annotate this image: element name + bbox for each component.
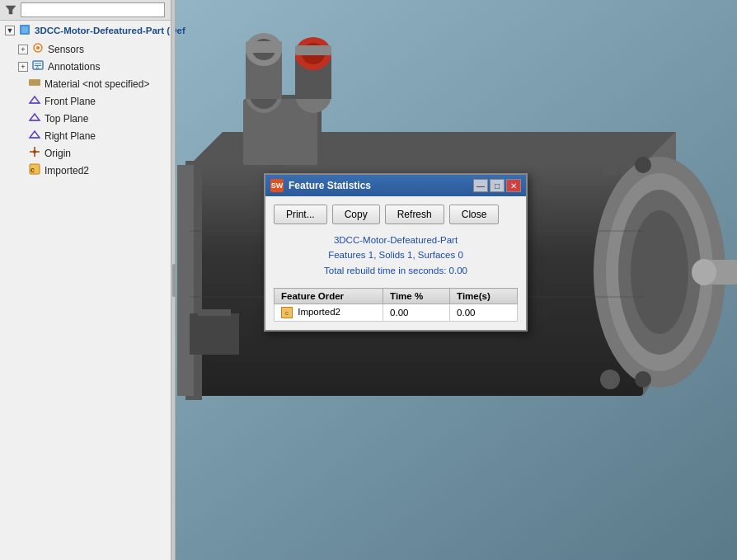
imported2-label: Imported2 — [45, 165, 89, 176]
splitter-handle — [172, 264, 176, 297]
copy-button[interactable]: Copy — [332, 205, 380, 224]
col-feature-order: Feature Order — [275, 289, 383, 304]
tree-item-right-plane[interactable]: Right Plane — [0, 127, 172, 144]
close-button[interactable]: Close — [449, 205, 500, 224]
svg-point-9 — [692, 259, 716, 285]
dialog-maximize-button[interactable]: □ — [490, 179, 505, 192]
col-time-pct: Time % — [383, 289, 450, 304]
col-time-s: Time(s) — [450, 289, 518, 304]
svg-rect-26 — [295, 45, 331, 55]
dialog-title-section: SW Feature Statistics — [270, 179, 371, 192]
origin-label: Origin — [45, 148, 71, 159]
svg-marker-33 — [6, 6, 16, 14]
svg-rect-28 — [177, 165, 194, 396]
tree-item-top-plane[interactable]: Top Plane — [0, 110, 172, 127]
feature-search-input[interactable] — [21, 2, 165, 17]
rebuild-time-text: Total rebuild time in seconds: 0.00 — [274, 263, 518, 278]
print-button[interactable]: Print... — [274, 205, 327, 224]
svg-marker-48 — [30, 114, 40, 120]
time-s-cell: 0.00 — [450, 304, 518, 322]
refresh-button[interactable]: Refresh — [385, 205, 444, 224]
tree-item-annotations[interactable]: + A Annotations — [0, 58, 172, 75]
filter-icon — [4, 3, 17, 16]
dialog-title-text: Feature Statistics — [289, 180, 371, 191]
dialog-close-button[interactable]: ✕ — [506, 179, 521, 192]
tree-item-front-plane[interactable]: Front Plane — [0, 92, 172, 110]
imported2-icon: c — [28, 162, 41, 178]
features-info-text: Features 1, Solids 1, Surfaces 0 — [274, 247, 518, 262]
svg-point-54 — [33, 150, 36, 153]
tree-root-item[interactable]: ▼ 3DCC-Motor-Defeatured-Part (Def — [0, 21, 172, 40]
sidebar-splitter[interactable] — [171, 0, 176, 560]
front-plane-icon — [28, 93, 41, 109]
root-item-label: 3DCC-Motor-Defeatured-Part (Def — [35, 26, 185, 35]
feature-table: Feature Order Time % Time(s) c Imported2… — [274, 288, 518, 322]
svg-point-13 — [635, 371, 651, 388]
sensors-icon — [31, 41, 45, 57]
tree-item-imported2[interactable]: c Imported2 — [0, 162, 172, 179]
right-plane-label: Right Plane — [45, 130, 96, 142]
svg-text:A: A — [35, 65, 40, 71]
top-plane-icon — [28, 111, 41, 126]
material-label: Material <not specified> — [45, 78, 149, 90]
svg-point-37 — [36, 46, 40, 49]
annotations-expand-icon[interactable]: + — [18, 62, 28, 72]
dialog-body: Print... Copy Refresh Close 3DCC-Motor-D… — [265, 196, 526, 330]
dialog-window-controls: — □ ✕ — [473, 179, 521, 192]
right-plane-icon — [28, 128, 41, 144]
dialog-minimize-button[interactable]: — — [473, 179, 488, 192]
root-expand-icon[interactable]: ▼ — [5, 26, 15, 35]
svg-point-7 — [631, 210, 688, 334]
svg-rect-30 — [198, 309, 231, 316]
svg-point-12 — [635, 157, 651, 173]
svg-rect-25 — [246, 41, 282, 53]
svg-rect-35 — [21, 26, 28, 33]
feature-tree-sidebar: ▼ 3DCC-Motor-Defeatured-Part (Def + Sens… — [0, 0, 173, 560]
svg-point-10 — [600, 155, 620, 175]
annotations-label: Annotations — [48, 61, 100, 73]
part-name-text: 3DCC-Motor-Defeatured-Part — [274, 233, 518, 247]
top-plane-label: Top Plane — [45, 113, 88, 125]
annotations-icon: A — [31, 59, 45, 74]
dialog-action-buttons: Print... Copy Refresh Close — [274, 205, 518, 224]
feature-statistics-dialog: SW Feature Statistics — □ ✕ Print... Cop… — [264, 173, 528, 332]
sensors-label: Sensors — [48, 44, 84, 55]
tree-item-origin[interactable]: Origin — [0, 144, 172, 162]
material-icon — [28, 76, 41, 92]
feature-name-text: Imported2 — [298, 307, 340, 317]
dialog-app-icon: SW — [270, 179, 284, 192]
time-pct-cell: 0.00 — [383, 304, 450, 322]
dialog-info-section: 3DCC-Motor-Defeatured-Part Features 1, S… — [274, 233, 518, 278]
svg-rect-29 — [190, 313, 239, 355]
sensors-expand-icon[interactable]: + — [18, 45, 28, 54]
svg-text:c: c — [31, 166, 35, 174]
feature-name-cell: c Imported2 — [275, 304, 383, 322]
table-row: c Imported2 0.00 0.00 — [275, 304, 518, 322]
svg-point-11 — [600, 369, 620, 389]
tree-item-material[interactable]: Material <not specified> — [0, 75, 172, 92]
root-part-icon — [18, 23, 31, 38]
dialog-titlebar: SW Feature Statistics — □ ✕ — [265, 175, 526, 196]
svg-marker-50 — [30, 131, 40, 138]
svg-marker-46 — [30, 96, 40, 103]
front-plane-label: Front Plane — [45, 96, 96, 107]
tree-item-sensors[interactable]: + Sensors — [0, 40, 172, 58]
sidebar-header — [0, 0, 172, 21]
origin-icon — [28, 145, 41, 161]
feature-row-icon: c — [281, 307, 293, 318]
